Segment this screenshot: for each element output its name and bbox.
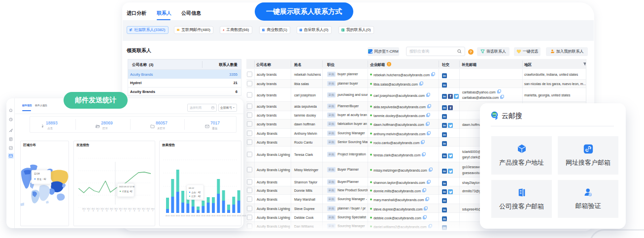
svg-text:12-04: 12-04 <box>34 173 40 175</box>
svg-text:03-12: 03-12 <box>189 187 194 189</box>
svg-text:打开：42: 打开：42 <box>192 195 201 198</box>
svg-text:已发送: 42: 已发送: 42 <box>122 190 133 193</box>
svg-text:发送：42: 发送：42 <box>37 178 46 180</box>
svg-text:点击：42: 点击：42 <box>192 191 201 194</box>
svg-text:2022-03-12 12:30: 2022-03-12 12:30 <box>119 185 135 188</box>
svg-text:@: @ <box>589 193 591 196</box>
